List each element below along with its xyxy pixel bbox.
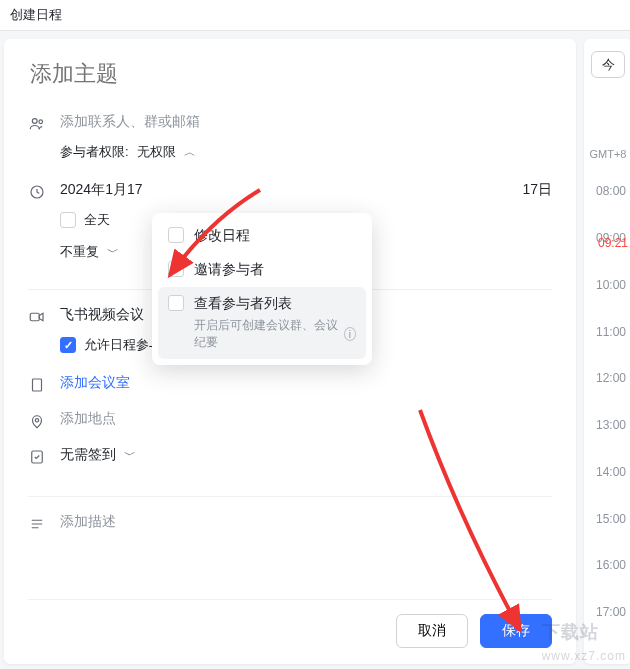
location-icon xyxy=(28,410,46,430)
permission-dropdown: 修改日程 邀请参与者 查看参与者列表 开启后可创建会议群、会议纪要 i xyxy=(152,213,372,365)
checkin-value[interactable]: 无需签到 xyxy=(60,446,116,464)
location-input[interactable]: 添加地点 xyxy=(60,410,116,426)
add-room-button[interactable]: 添加会议室 xyxy=(60,374,130,390)
room-icon xyxy=(28,374,46,394)
watermark: 下载站www.xz7.com xyxy=(542,620,626,665)
permission-value: 无权限 xyxy=(137,143,176,161)
cancel-button[interactable]: 取消 xyxy=(396,614,468,648)
hour-label: 11:00 xyxy=(586,325,630,372)
checkin-icon xyxy=(28,446,46,466)
permission-option-invite[interactable]: 邀请参与者 xyxy=(158,253,366,287)
description-row: 添加描述 xyxy=(28,513,552,535)
event-title-input[interactable] xyxy=(30,61,554,87)
option-checkbox[interactable] xyxy=(168,295,184,311)
permission-option-view-list[interactable]: 查看参与者列表 开启后可创建会议群、会议纪要 i xyxy=(158,287,366,359)
start-time[interactable]: 2024年1月17 xyxy=(60,181,143,199)
svg-point-0 xyxy=(32,119,37,124)
room-row: 添加会议室 xyxy=(28,374,552,396)
today-button[interactable]: 今 xyxy=(591,51,625,78)
hour-label: 10:00 xyxy=(586,278,630,325)
current-time-indicator: 09:21 xyxy=(586,236,630,250)
window-title: 创建日程 xyxy=(0,0,630,31)
footer: 取消 保存 xyxy=(28,599,552,648)
svg-rect-4 xyxy=(33,379,42,391)
divider xyxy=(28,496,552,497)
allow-start-checkbox[interactable]: ✓ xyxy=(60,337,76,353)
chevron-down-icon[interactable]: ﹀ xyxy=(124,447,136,464)
timeline-panel: 今 GMT+8 08:00 09:00 09:21 10:00 11:00 12… xyxy=(584,39,630,664)
hour-label: 13:00 xyxy=(586,418,630,465)
option-checkbox[interactable] xyxy=(168,227,184,243)
option-checkbox[interactable] xyxy=(168,261,184,277)
participants-row: 添加联系人、群或邮箱 参与者权限: 无权限 ︿ xyxy=(28,113,552,161)
hour-label: 16:00 xyxy=(586,558,630,605)
body-wrap: 添加联系人、群或邮箱 参与者权限: 无权限 ︿ 2024年1月17 17日 xyxy=(0,31,630,669)
video-icon xyxy=(28,306,46,326)
hour-label: 12:00 xyxy=(586,371,630,418)
permission-label: 参与者权限: xyxy=(60,143,129,161)
checkin-row: 无需签到 ﹀ xyxy=(28,446,552,468)
svg-point-5 xyxy=(35,419,38,422)
participant-permission[interactable]: 参与者权限: 无权限 ︿ xyxy=(60,143,552,161)
clock-icon xyxy=(28,181,46,201)
create-event-panel: 添加联系人、群或邮箱 参与者权限: 无权限 ︿ 2024年1月17 17日 xyxy=(4,39,576,664)
svg-point-1 xyxy=(39,120,43,124)
timezone-label: GMT+8 xyxy=(590,148,627,160)
chevron-down-icon: ﹀ xyxy=(107,244,119,261)
video-type[interactable]: 飞书视频会议 xyxy=(60,306,144,324)
repeat-value: 不重复 xyxy=(60,243,99,261)
all-day-label: 全天 xyxy=(84,211,110,229)
option-description: 开启后可创建会议群、会议纪要 i xyxy=(194,317,356,351)
info-icon[interactable]: i xyxy=(344,327,356,341)
location-row: 添加地点 xyxy=(28,410,552,432)
permission-option-edit[interactable]: 修改日程 xyxy=(158,219,366,253)
chevron-up-icon: ︿ xyxy=(184,144,196,161)
option-label: 修改日程 xyxy=(194,227,250,245)
description-icon xyxy=(28,513,46,533)
end-time-suffix[interactable]: 17日 xyxy=(522,181,552,199)
hour-label: 14:00 xyxy=(586,465,630,512)
hour-label: 08:00 xyxy=(586,184,630,231)
add-participant-input[interactable]: 添加联系人、群或邮箱 xyxy=(60,113,552,131)
hour-label: 15:00 xyxy=(586,512,630,559)
description-input[interactable]: 添加描述 xyxy=(60,513,116,529)
option-label: 邀请参与者 xyxy=(194,261,264,279)
option-label: 查看参与者列表 xyxy=(194,295,356,313)
svg-rect-3 xyxy=(30,313,39,321)
all-day-checkbox[interactable] xyxy=(60,212,76,228)
participants-icon xyxy=(28,113,46,133)
